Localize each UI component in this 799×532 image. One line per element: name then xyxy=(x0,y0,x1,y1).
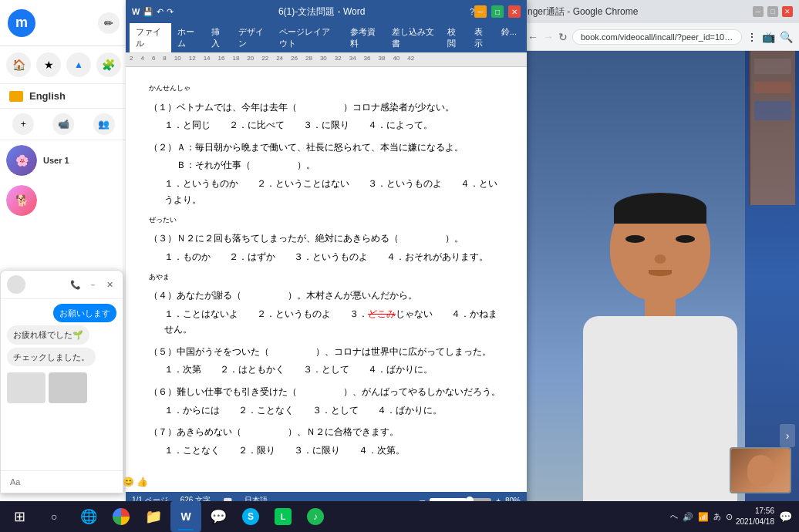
tab-references[interactable]: 参考資料 xyxy=(344,23,386,52)
avatar: 🐕 xyxy=(6,185,37,216)
messenger-taskbar[interactable]: 💬 xyxy=(203,501,234,532)
line-icon: L xyxy=(275,508,292,525)
question-2a: （２）Ａ：毎日朝から晩まで働いて、社長に怒られて、本当に嫌になるよ。 xyxy=(149,140,504,157)
spotify-taskbar[interactable]: ♪ xyxy=(300,501,331,532)
tab-review[interactable]: 校閲 xyxy=(441,23,468,52)
person-body xyxy=(583,316,737,501)
chat-minimize-btn[interactable]: － xyxy=(86,278,99,291)
list-item[interactable]: 🌸 User 1 xyxy=(0,140,127,180)
furigana-3: ぜったい xyxy=(149,216,177,224)
chat-input[interactable] xyxy=(7,474,120,490)
tab-insert[interactable]: 挿入 xyxy=(205,23,232,52)
messenger-star-btn[interactable]: ★ xyxy=(36,52,61,77)
question-4: あやま （４）あなたが謝る（ ）。木村さんが悪いんだから。 xyxy=(149,271,504,304)
word-title-icons: W 💾 ↶ ↷ xyxy=(132,7,174,17)
choices-6: １．からには ２．ことなく ３．として ４．ばかりに。 xyxy=(164,402,504,419)
emoji-btn[interactable]: 😊 xyxy=(123,476,134,487)
maximize-btn[interactable]: □ xyxy=(491,5,504,18)
chat-name: User 1 xyxy=(43,156,121,165)
tab-view[interactable]: 表示 xyxy=(468,23,495,52)
line-taskbar[interactable]: L xyxy=(268,501,298,532)
chat-emoji-icons: 😊 👍 xyxy=(123,476,148,487)
arrow-btn[interactable]: › xyxy=(780,424,795,447)
messenger-header: m ✏ xyxy=(0,0,127,46)
mini-face xyxy=(747,455,774,486)
messenger-drive-btn[interactable]: ▲ xyxy=(66,52,91,77)
list-item[interactable]: 🐕 xyxy=(0,180,127,221)
forward-btn[interactable]: → xyxy=(543,31,554,43)
search-button[interactable]: ○ xyxy=(39,501,69,532)
word-taskbar[interactable]: W xyxy=(170,501,201,532)
people-btn[interactable]: 👥 xyxy=(93,113,115,135)
tab-home[interactable]: ホーム xyxy=(171,23,205,52)
question-2b: Ｂ：それが仕事（ ）。 xyxy=(149,157,504,174)
word-window: W 💾 ↶ ↷ 6(1)-文法問題 - Word ? ─ □ ✕ ファイル ホー… xyxy=(126,0,527,509)
tab-more[interactable]: 鈴... xyxy=(495,23,523,52)
chat-close-btn[interactable]: ✕ xyxy=(103,278,116,291)
notification-btn[interactable]: 💬 xyxy=(777,501,793,532)
tray-battery[interactable]: ⊙ xyxy=(726,512,733,522)
taskbar-system-area: へ 🔊 📶 あ ⊙ 17:56 2021/04/18 💬 xyxy=(664,501,799,532)
start-button[interactable]: ⊞ xyxy=(0,501,39,532)
tray-network[interactable]: 📶 xyxy=(698,512,709,522)
chat-preview: User 1 xyxy=(43,156,121,165)
message-bubble: お願いします xyxy=(53,304,116,322)
video-call-btn[interactable]: 📹 xyxy=(52,113,74,135)
minimize-btn[interactable]: ─ xyxy=(474,5,487,18)
chrome-minimize-btn[interactable]: ─ xyxy=(753,6,764,17)
messenger-edit-btn[interactable]: ✏ xyxy=(98,12,120,34)
clock-time: 17:56 xyxy=(736,506,774,517)
avatar: 🌸 xyxy=(6,145,37,176)
close-btn[interactable]: ✕ xyxy=(508,5,521,18)
chat-popup-actions: 📞 － ✕ xyxy=(69,278,116,291)
folder-icon xyxy=(9,91,23,102)
like-btn[interactable]: 👍 xyxy=(137,476,148,487)
chrome-taskbar[interactable] xyxy=(106,501,137,532)
undo-icon[interactable]: ↶ xyxy=(157,7,164,17)
question-7: （７）あきらめない（ ）、Ｎ２に合格できます。 xyxy=(149,424,504,441)
tab-file[interactable]: ファイル xyxy=(130,23,171,52)
mini-video-content xyxy=(731,449,790,492)
tab-layout[interactable]: ページレイアウト xyxy=(273,23,343,52)
person-face xyxy=(610,193,710,301)
taskbar: ⊞ ○ 🌐 📁 W 💬 S L ♪ へ 🔊 📶 あ ⊙ 17:56 2021/0… xyxy=(0,501,799,532)
explorer-taskbar[interactable]: 📁 xyxy=(138,501,169,532)
messenger-puzzle-btn[interactable]: 🧩 xyxy=(96,52,121,77)
chrome-title-bar: nger通話 - Google Chrome ─ □ ✕ xyxy=(521,0,799,23)
avatar-img: 🌸 xyxy=(6,145,37,176)
add-btn[interactable]: + xyxy=(12,113,34,135)
eye-left xyxy=(625,235,645,243)
chat-call-btn[interactable]: 📞 xyxy=(69,278,83,291)
shelf-item-2 xyxy=(754,82,791,93)
save-icon[interactable]: 💾 xyxy=(143,7,153,17)
system-tray: へ 🔊 📶 あ ⊙ xyxy=(670,511,733,522)
back-btn[interactable]: ← xyxy=(528,31,538,43)
message-bubble: チェックしました。 xyxy=(7,348,96,366)
tab-design[interactable]: デザイン xyxy=(232,23,274,52)
english-folder-row: English xyxy=(0,84,127,109)
chrome-close-btn[interactable]: ✕ xyxy=(782,6,793,17)
word-document-content: かんせんしゃ （１）ベトナムでは、今年は去年（ ）コロナ感染者が少ない。 １．と… xyxy=(126,67,527,492)
ruler-marks: 24681012141618202224262830323436384042 xyxy=(126,53,527,63)
shelf-item-3 xyxy=(754,101,791,120)
choices-1: １．と同じ ２．に比べて ３．に限り ４．によって。 xyxy=(164,117,504,133)
tray-ime[interactable]: あ xyxy=(713,511,721,522)
question-1: かんせんしゃ （１）ベトナムでは、今年は去年（ ）コロナ感染者が少ない。 xyxy=(149,82,504,116)
eye-right xyxy=(676,235,695,243)
tray-up-arrow[interactable]: へ xyxy=(670,511,678,522)
chat-input-area[interactable]: 😊 👍 xyxy=(1,470,123,493)
edge-taskbar[interactable]: 🌐 xyxy=(73,501,104,532)
chrome-maximize-btn[interactable]: □ xyxy=(767,6,778,17)
refresh-btn[interactable]: ↻ xyxy=(558,31,568,43)
messenger-home-btn[interactable]: 🏠 xyxy=(6,52,31,77)
furigana-1: かんせんしゃ xyxy=(149,84,190,92)
choices-7: １．ことなく ２．限り ３．に限り ４．次第。 xyxy=(164,443,504,459)
address-url[interactable]: book.com/videocall/incall/?peer_id=10001… xyxy=(572,29,742,45)
messenger-logo: m xyxy=(8,9,35,37)
tray-sound[interactable]: 🔊 xyxy=(683,512,693,522)
tab-mailings[interactable]: 差し込み文書 xyxy=(386,23,442,52)
chat-messages: お願いします お疲れ様でした🌱 チェックしました。 xyxy=(1,299,123,470)
skype-taskbar[interactable]: S xyxy=(235,501,266,532)
extensions-btn[interactable]: ⋮ xyxy=(747,31,757,43)
redo-icon[interactable]: ↷ xyxy=(167,7,174,17)
